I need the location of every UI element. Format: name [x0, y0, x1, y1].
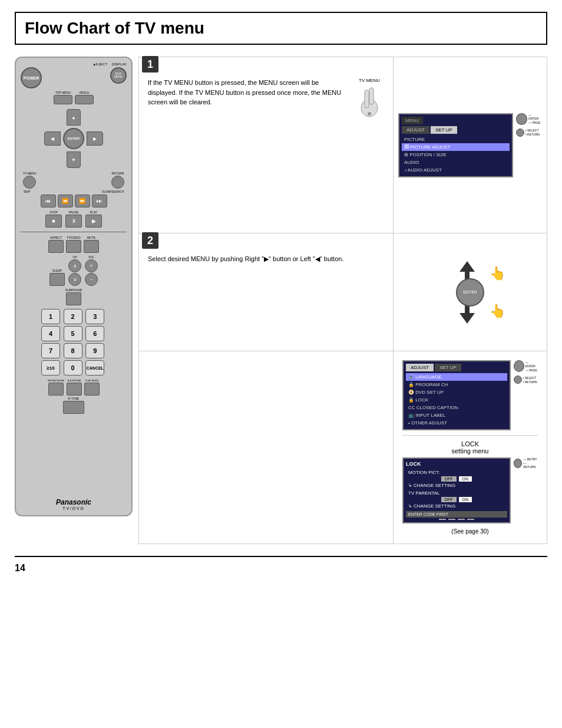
tv-video-button[interactable] — [66, 240, 81, 253]
surround-row: SURROUND — [65, 288, 82, 305]
repeat-mode-item: REPEAT MODE — [48, 379, 65, 396]
dpad-right-button[interactable]: ▶ — [87, 131, 103, 146]
menu2-enter-dpad-button[interactable] — [514, 360, 524, 372]
angle-button[interactable] — [75, 95, 94, 104]
code-dashes — [406, 519, 507, 520]
repeat-buttons-row: REPEAT MODE A-B REPEAT PLAY MODE — [48, 379, 100, 396]
main-content: POWER ▲EJECT DISPLAY DVDMENU TOP MENU — [15, 57, 547, 544]
sleep-group: SLEEP — [49, 269, 65, 286]
play-mode-button[interactable] — [84, 383, 100, 396]
play-item: PLAY ▶ — [85, 210, 102, 228]
menu1-item-audio-adjust: ♪ AUDIO ADJUST — [402, 166, 510, 174]
ch-up-button[interactable]: ∧ — [68, 259, 81, 272]
play-button[interactable]: ▶ — [85, 215, 102, 228]
vol-up-button[interactable]: + — [85, 259, 98, 272]
rewind-button[interactable]: ⏪ — [58, 195, 73, 207]
r-tune-button[interactable] — [63, 401, 84, 414]
tv-menu-button[interactable] — [23, 176, 36, 189]
page-footer: 14 — [15, 556, 547, 574]
ch-down-button[interactable]: ∨ — [68, 273, 81, 286]
select-button[interactable] — [516, 129, 524, 137]
menu2-select-button[interactable] — [514, 375, 522, 384]
motion-off-button[interactable]: OFF — [441, 476, 457, 482]
menu2-item-closedcaption: CC CLOSED CAPTION — [406, 404, 507, 411]
parental-off-button[interactable]: OFF — [441, 497, 457, 502]
menu2-screen: ADJUST SET UP 🔊 LANGUAGE 🔒 PROGRAM CH 📀 … — [402, 360, 511, 430]
parental-off-on: OFF ON — [406, 497, 507, 502]
menu2-item-programch: 🔒 PROGRAM CH — [406, 381, 507, 388]
dpad: ▲ ▼ ◀ ▶ ENTER — [44, 109, 103, 168]
num-2-button[interactable]: 2 — [64, 309, 82, 324]
prev-button[interactable]: ⏮ — [41, 195, 56, 207]
step1-number: 1 — [142, 56, 158, 73]
parental-on-button[interactable]: ON — [459, 497, 472, 502]
hand-right-icon: 👆 — [490, 266, 505, 281]
enter-dpad-button[interactable] — [516, 113, 527, 125]
svg-marker-6 — [459, 313, 475, 324]
dpad-left-button[interactable]: ◀ — [44, 131, 61, 146]
menu2-item-lock: 🔒 LOCK — [406, 396, 507, 404]
eject-display-labels: ▲EJECT DISPLAY — [92, 62, 127, 66]
aspect-button[interactable] — [48, 240, 64, 253]
num-8-button[interactable]: 8 — [64, 343, 82, 358]
num-7-button[interactable]: 7 — [41, 343, 60, 358]
surround-item: SURROUND — [65, 288, 82, 305]
vol-down-button[interactable]: − — [85, 273, 98, 286]
motion-on-button[interactable]: ON — [459, 476, 472, 482]
forward-button[interactable]: ⏩ — [75, 195, 90, 207]
num-0-button[interactable]: 0 — [64, 360, 82, 375]
lock-screen-with-nav: LOCK MOTION PICT. OFF ON ↳ CHANGE SETTIN… — [402, 457, 538, 523]
menu1-tab-adjust: ADJUST — [402, 126, 429, 134]
dpad-up-button[interactable]: ▲ — [67, 109, 81, 126]
parental-change-setting: ↳ CHANGE SETTING — [406, 502, 507, 510]
power-button[interactable]: POWER — [21, 67, 42, 88]
menu1-screen: MENU ADJUST SET UP PICTURE 🖼 PICTURE ADJ… — [398, 113, 513, 177]
code-dash-1 — [439, 519, 446, 520]
num-3-button[interactable]: 3 — [85, 309, 104, 324]
step2-content: Select desired MENU by pushing Right "▶"… — [148, 254, 384, 264]
num-6-button[interactable]: 6 — [85, 326, 104, 341]
dvd-menu-button[interactable]: DVDMENU — [110, 67, 127, 84]
mute-button[interactable] — [84, 240, 99, 253]
svg-rect-2 — [369, 88, 373, 104]
num-4-button[interactable]: 4 — [41, 326, 60, 341]
sleep-ch-vol-row: SLEEP CH ∧ ∨ VOL + − — [49, 255, 98, 286]
surround-button[interactable] — [66, 292, 81, 305]
num-1-button[interactable]: 1 — [41, 309, 60, 324]
center-enter-circle: ENTER — [456, 278, 484, 307]
cancel-button[interactable]: CANCEL — [85, 360, 104, 375]
return-button[interactable] — [111, 176, 124, 189]
pause-item: PAUSE ⏸ — [65, 210, 82, 228]
play-mode-item: PLAY MODE — [84, 379, 100, 396]
see-page-text: (See page 30) — [402, 528, 538, 535]
num-5-button[interactable]: 5 — [64, 326, 82, 341]
top-steps-row: 1 If the TV MENU button is pressed, the … — [138, 57, 547, 233]
num-10-button[interactable]: ≥10 — [41, 360, 60, 375]
aspect-tvvideo-mute-row: ASPECT TV/VIDEO MUTE — [21, 236, 127, 253]
menu2-nav-buttons: — ENTER — PAGE • SELECT • RETURN — [514, 360, 538, 384]
page-container: Flow Chart of TV menu POWER ▲EJECT DISPL… — [0, 0, 562, 728]
repeat-mode-button[interactable] — [48, 383, 64, 396]
step1-box: 1 If the TV MENU button is pressed, the … — [139, 57, 394, 233]
tv-menu-return-row: TV MENU RETURN — [21, 172, 127, 189]
top-menu-angle-row: TOP MENU ANGLE — [21, 91, 127, 104]
enter-button[interactable]: ENTER — [63, 128, 84, 149]
num-9-button[interactable]: 9 — [85, 343, 104, 358]
ab-repeat-button[interactable] — [67, 383, 82, 396]
dpad-down-button[interactable]: ▼ — [67, 151, 81, 168]
lock-retry-button[interactable] — [514, 459, 523, 468]
nav-arrows-diagram: ENTER 👆 👆 — [435, 260, 505, 325]
top-menu-button[interactable] — [54, 95, 72, 104]
menu1-item-picture-adjust: 🖼 PICTURE ADJUST — [402, 143, 510, 151]
r-tune-item: R-TUNE — [63, 397, 84, 414]
menu1-tab-setup: SET UP — [431, 126, 457, 134]
stop-button[interactable]: ■ — [45, 215, 62, 228]
next-button[interactable]: ⏭ — [92, 195, 107, 207]
page-number: 14 — [15, 563, 25, 573]
sleep-button[interactable] — [49, 273, 65, 286]
stop-pause-play-row: STOP ■ PAUSE ⏸ PLAY ▶ — [21, 210, 127, 228]
step1-text: If the TV MENU button is pressed, the ME… — [148, 78, 346, 107]
step2-row: 2 Select desired MENU by pushing Right "… — [138, 233, 547, 351]
pause-button[interactable]: ⏸ — [65, 215, 82, 228]
ch-group: CH ∧ ∨ — [68, 255, 81, 286]
